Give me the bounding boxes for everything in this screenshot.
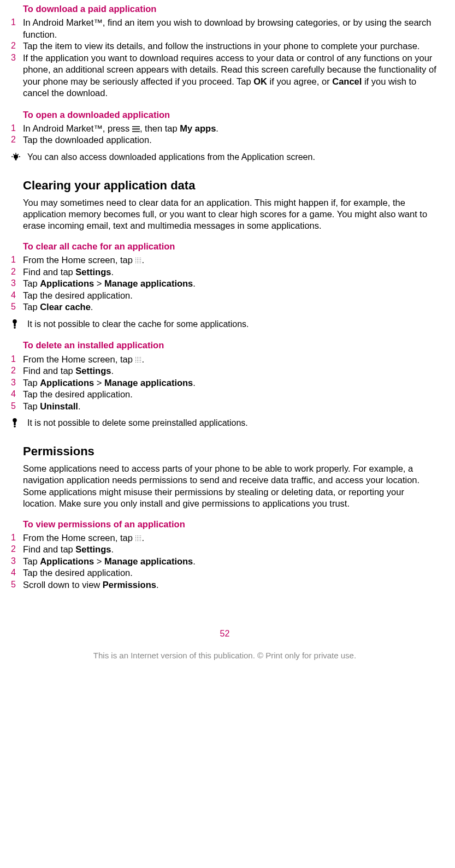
step-text: From the Home screen, tap . <box>23 354 439 365</box>
bold-manage-apps: Manage applications <box>104 378 193 388</box>
svg-rect-2 <box>15 153 16 154</box>
step-text: Find and tap Settings. <box>23 266 439 278</box>
footer-text: This is an Internet version of this publ… <box>11 651 439 665</box>
bold-applications: Applications <box>40 278 94 288</box>
text: Scroll down to view <box>23 580 103 590</box>
svg-rect-11 <box>14 422 15 425</box>
text: Find and tap <box>23 366 75 376</box>
text: . <box>141 533 144 543</box>
paragraph: You may sometimes need to clear data for… <box>23 197 439 232</box>
steps-download-paid: 1 In Android Market™, find an item you w… <box>11 17 439 99</box>
step-number: 4 <box>11 389 23 400</box>
step: 5 Scroll down to view Permissions. <box>11 579 439 591</box>
subheading-view-permissions: To view permissions of an application <box>23 519 439 530</box>
text: In Android Market™, press <box>23 123 132 133</box>
apps-grid-icon <box>135 356 141 363</box>
text: if you agree, or <box>267 76 332 86</box>
step-number: 2 <box>11 266 23 278</box>
text: > <box>94 378 104 388</box>
paragraph: Some applications need to access parts o… <box>23 463 439 510</box>
step-number: 5 <box>11 579 23 591</box>
step: 2 Tap the item to view its details, and … <box>11 40 439 52</box>
step-text: Tap the desired application. <box>23 389 439 400</box>
step-text: In Android Market™, press , then tap My … <box>23 123 439 134</box>
step: 1 From the Home screen, tap . <box>11 532 439 544</box>
step-number: 5 <box>11 301 23 313</box>
step: 3 If the application you want to downloa… <box>11 52 439 99</box>
step-text: Tap the desired application. <box>23 290 439 301</box>
apps-grid-icon <box>135 535 141 542</box>
step-number: 2 <box>11 134 23 146</box>
heading-clearing-data: Clearing your application data <box>23 179 439 193</box>
step-text: In Android Market™, find an item you wis… <box>23 17 439 40</box>
bold-permissions: Permissions <box>103 580 156 590</box>
text: Find and tap <box>23 544 75 554</box>
step-number: 4 <box>11 567 23 579</box>
step: 2 Find and tap Settings. <box>11 365 439 377</box>
step: 1 From the Home screen, tap . <box>11 354 439 365</box>
step-number: 2 <box>11 544 23 555</box>
step-number: 3 <box>11 556 23 567</box>
svg-point-9 <box>14 326 15 328</box>
steps-clear-cache: 1 From the Home screen, tap . 2 Find and… <box>11 254 439 313</box>
bold-settings: Settings <box>75 366 111 376</box>
step-text: Tap the item to view its details, and fo… <box>23 40 439 52</box>
step: 3 Tap Applications > Manage applications… <box>11 377 439 389</box>
step-text: Tap Applications > Manage applications. <box>23 278 439 289</box>
bold-my-apps: My apps <box>180 123 216 133</box>
text: Find and tap <box>23 267 75 277</box>
menu-icon <box>132 126 140 132</box>
bold-applications: Applications <box>40 378 94 388</box>
step-text: Scroll down to view Permissions. <box>23 579 439 591</box>
tip-row: You can also access downloaded applicati… <box>11 152 439 163</box>
bold-ok: OK <box>253 76 267 86</box>
text: . <box>193 278 196 288</box>
apps-grid-icon <box>135 257 141 264</box>
step-text: If the application you want to download … <box>23 52 439 99</box>
warning-row: It is not possible to clear the cache fo… <box>11 319 439 330</box>
step-number: 3 <box>11 52 23 99</box>
warning-row: It is not possible to delete some preins… <box>11 418 439 429</box>
step-text: Tap the downloaded application. <box>23 134 439 146</box>
warning-icon <box>11 319 27 329</box>
text: > <box>94 556 104 566</box>
step: 1 In Android Market™, find an item you w… <box>11 17 439 40</box>
text: . <box>193 556 196 566</box>
step-text: Find and tap Settings. <box>23 544 439 555</box>
step: 2 Find and tap Settings. <box>11 544 439 555</box>
svg-point-0 <box>14 154 18 159</box>
text: From the Home screen, tap <box>23 255 135 265</box>
step-number: 1 <box>11 17 23 40</box>
bold-settings: Settings <box>75 267 111 277</box>
text: . <box>78 401 81 411</box>
text: Tap <box>23 302 40 312</box>
steps-delete-app: 1 From the Home screen, tap . 2 Find and… <box>11 354 439 412</box>
step-text: Tap the desired application. <box>23 567 439 579</box>
text: . <box>193 378 196 388</box>
text: . <box>111 544 114 554</box>
svg-rect-8 <box>14 323 15 326</box>
svg-rect-3 <box>19 156 21 157</box>
step-number: 1 <box>11 354 23 365</box>
step: 1 From the Home screen, tap . <box>11 254 439 266</box>
step-number: 2 <box>11 365 23 377</box>
step: 4 Tap the desired application. <box>11 567 439 579</box>
steps-open-downloaded: 1 In Android Market™, press , then tap M… <box>11 123 439 146</box>
text: . <box>216 123 218 133</box>
text: From the Home screen, tap <box>23 533 135 543</box>
subheading-download-paid: To download a paid application <box>23 3 439 15</box>
svg-rect-5 <box>17 153 19 155</box>
step-text: Tap Clear cache. <box>23 301 439 313</box>
subheading-clear-cache: To clear all cache for an application <box>23 241 439 252</box>
step: 5 Tap Clear cache. <box>11 301 439 313</box>
step-text: From the Home screen, tap . <box>23 532 439 544</box>
subheading-open-downloaded: To open a downloaded application <box>23 109 439 121</box>
step-text: Tap Uninstall. <box>23 401 439 412</box>
step-number: 1 <box>11 532 23 544</box>
step: 3 Tap Applications > Manage applications… <box>11 556 439 567</box>
text: . <box>141 354 144 364</box>
text: > <box>94 278 104 288</box>
steps-view-permissions: 1 From the Home screen, tap . 2 Find and… <box>11 532 439 591</box>
step-number: 3 <box>11 278 23 289</box>
text: Tap <box>23 278 40 288</box>
